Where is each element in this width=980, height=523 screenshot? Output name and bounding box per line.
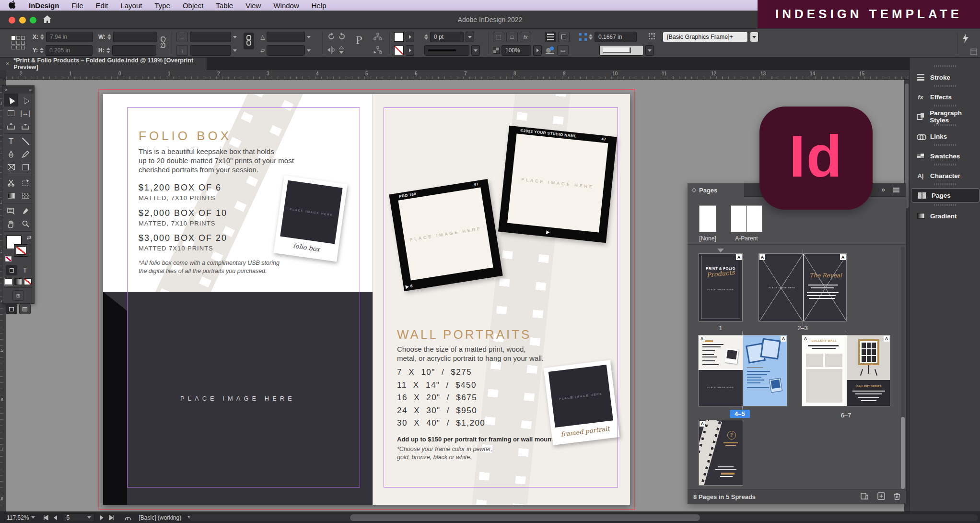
free-transform-tool[interactable] bbox=[18, 176, 33, 189]
tools-collapse-icon[interactable]: « bbox=[29, 87, 32, 93]
formatting-container-button[interactable] bbox=[6, 265, 17, 275]
shadow-quick-icon[interactable]: ▭ bbox=[557, 45, 569, 56]
gap-tool[interactable]: |↔| bbox=[18, 107, 33, 119]
select-prev-next-icons[interactable] bbox=[373, 45, 383, 56]
rotate-ccw-icon[interactable] bbox=[338, 32, 346, 42]
h-field[interactable] bbox=[112, 45, 156, 56]
stroke-weight-caret[interactable] bbox=[466, 32, 474, 42]
next-page-button[interactable] bbox=[100, 515, 104, 520]
film-frame-b[interactable]: ©2022 YOUR STUDIO NAME 47 PLACE IMAGE HE… bbox=[498, 126, 617, 243]
menu-edit[interactable]: Edit bbox=[90, 1, 115, 10]
document-tab[interactable]: × *Print & Folio Products – Folded Guide… bbox=[0, 58, 207, 70]
delete-page-icon[interactable] bbox=[894, 492, 900, 501]
horizontal-scrollbar[interactable] bbox=[189, 514, 978, 521]
scale-x-caret[interactable] bbox=[233, 36, 237, 38]
menu-window[interactable]: Window bbox=[267, 1, 305, 10]
note-tool[interactable] bbox=[4, 204, 18, 217]
effects-fx-icon[interactable]: fx bbox=[520, 32, 531, 42]
dock-item-pages[interactable]: Pages bbox=[911, 188, 980, 202]
x-field[interactable]: 7.94 in bbox=[46, 32, 93, 42]
constrain-scale-icon[interactable] bbox=[244, 35, 254, 47]
blend-mode-icon[interactable] bbox=[545, 46, 555, 55]
edit-page-size-icon[interactable] bbox=[860, 492, 869, 501]
rotate-cw-icon[interactable] bbox=[327, 32, 336, 42]
page-4[interactable]: FOLIO BOX This is a beautiful keepsake b… bbox=[103, 94, 373, 505]
content-placer-tool[interactable] bbox=[18, 119, 33, 132]
film-frame-a[interactable]: PRO 160 47 PLACE IMAGE HERE 8 bbox=[389, 179, 502, 291]
drop-shadow-dropdown[interactable] bbox=[599, 45, 643, 56]
fit-content-icon[interactable]: □ bbox=[506, 32, 518, 42]
fill-swatch[interactable] bbox=[394, 32, 404, 42]
apply-gradient-button[interactable] bbox=[14, 278, 22, 285]
preview-mode-button[interactable] bbox=[19, 304, 31, 314]
menu-help[interactable]: Help bbox=[305, 1, 333, 10]
panel-menu-icon[interactable] bbox=[893, 188, 899, 192]
spread-label-2-3[interactable]: 2–3 bbox=[758, 324, 847, 332]
stroke-proxy[interactable] bbox=[14, 244, 28, 257]
tools-close-icon[interactable]: × bbox=[5, 87, 8, 93]
lightning-icon[interactable] bbox=[962, 33, 969, 44]
gradient-swatch-tool[interactable] bbox=[4, 189, 18, 202]
wrap-around-button[interactable] bbox=[558, 32, 570, 42]
menu-layout[interactable]: Layout bbox=[114, 1, 148, 10]
rotation-angle-field[interactable] bbox=[267, 32, 305, 42]
flip-horizontal-icon[interactable] bbox=[327, 46, 336, 55]
opacity-caret[interactable] bbox=[533, 45, 542, 56]
scale-x-field[interactable] bbox=[190, 32, 231, 42]
w-field[interactable] bbox=[113, 32, 157, 42]
y-field[interactable]: 0.205 in bbox=[46, 45, 93, 56]
preflight-profile-dropdown[interactable]: [Basic] (working) bbox=[139, 514, 191, 521]
pages-panel-tab[interactable]: Pages bbox=[688, 183, 744, 197]
new-page-icon[interactable] bbox=[877, 492, 885, 501]
apple-icon[interactable] bbox=[9, 0, 16, 10]
frame-fitting-icon[interactable]: ⬚ bbox=[493, 32, 504, 42]
stroke-weight-field[interactable]: 0 pt bbox=[430, 32, 464, 42]
tab-close-icon[interactable]: × bbox=[6, 60, 9, 67]
menu-table[interactable]: Table bbox=[210, 1, 239, 10]
zoom-tool[interactable] bbox=[18, 217, 33, 230]
ruler-corner[interactable] bbox=[0, 70, 6, 80]
dock-item-character[interactable]: A| Character bbox=[910, 168, 980, 183]
x-stepper[interactable] bbox=[40, 34, 44, 40]
menu-type[interactable]: Type bbox=[148, 1, 176, 10]
view-options-icon[interactable]: ⊞ bbox=[12, 290, 24, 301]
menu-object[interactable]: Object bbox=[176, 1, 210, 10]
collapse-diamond-icon[interactable] bbox=[692, 188, 697, 192]
apply-color-button[interactable] bbox=[5, 278, 12, 285]
select-content-icons[interactable] bbox=[373, 31, 383, 43]
stroke-weight-stepper[interactable] bbox=[424, 34, 428, 40]
pages-panel-scrollbar[interactable] bbox=[901, 247, 905, 487]
apply-none-button[interactable] bbox=[24, 278, 32, 285]
gradient-feather-tool[interactable] bbox=[18, 189, 33, 202]
default-fill-stroke-icon[interactable] bbox=[5, 256, 12, 262]
stroke-type-dropdown[interactable] bbox=[424, 45, 469, 56]
dock-item-gradient[interactable]: Gradient bbox=[910, 209, 980, 223]
stroke-type-caret[interactable] bbox=[471, 45, 480, 56]
last-page-button[interactable] bbox=[109, 515, 115, 520]
pen-tool[interactable] bbox=[4, 148, 18, 161]
document-spread[interactable]: FOLIO BOX This is a beautiful keepsake b… bbox=[103, 94, 630, 505]
panel-options-icon[interactable] bbox=[970, 46, 977, 58]
previous-page-button[interactable] bbox=[53, 515, 57, 520]
stroke-swatch-caret[interactable] bbox=[406, 45, 414, 56]
page-1-thumbnail[interactable]: A PRINT & FOLIO Products PLACE IMAGE HER… bbox=[699, 253, 743, 321]
menu-indesign[interactable]: InDesign bbox=[23, 1, 65, 10]
parent-a-left-thumb[interactable] bbox=[731, 205, 747, 232]
fill-stroke-proxy[interactable]: ⇄ bbox=[2, 233, 34, 263]
preflight-gauge-icon[interactable] bbox=[124, 514, 132, 521]
swap-fill-stroke-icon[interactable]: ⇄ bbox=[27, 235, 31, 241]
collapse-panel-icon[interactable]: » bbox=[881, 186, 885, 193]
select-container-icon[interactable]: P bbox=[356, 35, 362, 46]
constrain-dimensions-icon[interactable] bbox=[160, 36, 166, 48]
horizontal-ruler[interactable]: 210123456789101112131415 bbox=[6, 70, 910, 80]
content-collector-tool[interactable] bbox=[4, 119, 18, 132]
flip-vertical-icon[interactable] bbox=[338, 46, 345, 56]
rectangle-tool[interactable] bbox=[18, 161, 33, 174]
first-page-button[interactable] bbox=[43, 515, 48, 520]
dock-item-links[interactable]: Links bbox=[910, 129, 980, 143]
pages-panel-scrollbar-thumb[interactable] bbox=[901, 417, 905, 489]
spread-label-4-5-selected[interactable]: 4–5 bbox=[730, 410, 750, 418]
pencil-tool[interactable] bbox=[18, 148, 33, 161]
drop-shadow-caret[interactable] bbox=[645, 45, 654, 56]
dock-item-stroke[interactable]: Stroke bbox=[910, 70, 980, 84]
